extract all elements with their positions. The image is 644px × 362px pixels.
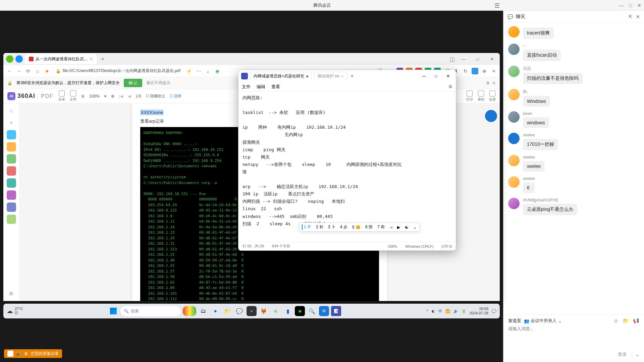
home-icon[interactable]: ⌂ bbox=[34, 68, 41, 74]
tray-volume-icon[interactable]: 🔊 bbox=[453, 309, 458, 313]
notepad-settings-icon[interactable]: ⚙ bbox=[448, 84, 452, 89]
more-icon[interactable]: ⋯ bbox=[195, 68, 202, 74]
tab-close-icon[interactable]: × bbox=[90, 56, 93, 62]
sidebar-tool-icon[interactable] bbox=[7, 202, 16, 212]
taskbar-app-icon[interactable]: 🔍 bbox=[307, 306, 317, 316]
print-tool[interactable]: 打印 bbox=[466, 90, 473, 102]
start-button[interactable] bbox=[108, 306, 118, 316]
send-to-selector[interactable]: 👥 会议中所有人 ⌄ bbox=[524, 318, 562, 324]
send-button[interactable]: 发送 bbox=[615, 350, 629, 359]
banner-confirm-button[interactable]: 确 认 bbox=[124, 79, 142, 87]
notepad-tab[interactable]: 驱动保护.txt × bbox=[314, 72, 347, 80]
back-icon[interactable]: ← bbox=[6, 68, 13, 74]
sidebar-tool-icon[interactable] bbox=[7, 130, 16, 139]
sidebar-tool-icon[interactable] bbox=[7, 178, 16, 188]
close-button[interactable]: ✕ bbox=[637, 3, 641, 8]
notepad-new-tab[interactable]: + bbox=[351, 73, 354, 79]
ime-expand-icon[interactable]: ⌄ bbox=[413, 225, 417, 230]
tray-wifi-icon[interactable]: 📶 bbox=[445, 309, 450, 313]
zoom-in-icon[interactable]: ⊕ bbox=[111, 94, 114, 99]
new-tab-button[interactable]: + bbox=[99, 55, 107, 63]
taskbar-app-icon[interactable]: > bbox=[247, 306, 257, 316]
chat-avatar[interactable] bbox=[508, 133, 520, 144]
chat-avatar[interactable] bbox=[508, 176, 520, 188]
browser-minimize[interactable]: — bbox=[458, 55, 469, 63]
taskbar-app-icon[interactable] bbox=[183, 306, 196, 316]
screen-share-indicator[interactable]: 🎤 🖥 玄冥的屏幕共享 bbox=[4, 349, 62, 358]
ime-next-icon[interactable]: ▶ bbox=[397, 225, 400, 230]
tray-notification-icon[interactable]: 💬 bbox=[492, 309, 496, 313]
find-tool[interactable]: 查找 bbox=[478, 90, 484, 102]
menu-file[interactable]: 文件 bbox=[242, 84, 251, 90]
ime-candidate[interactable]: 5 😊 bbox=[352, 225, 361, 230]
home-nav-icon[interactable]: ⌂ bbox=[7, 106, 16, 115]
chat-avatar[interactable] bbox=[508, 198, 520, 209]
popout-icon[interactable]: ⇱ bbox=[629, 14, 633, 19]
forward-icon[interactable]: → bbox=[15, 68, 22, 74]
chat-close-icon[interactable]: ✕ bbox=[636, 14, 640, 19]
taskbar-app-icon[interactable]: e bbox=[271, 306, 281, 316]
ime-candidate[interactable]: 4 步 bbox=[340, 224, 347, 230]
taskbar-app-icon[interactable]: ◉ bbox=[295, 306, 305, 316]
announce-icon[interactable]: 📢 bbox=[633, 318, 639, 324]
chat-avatar[interactable] bbox=[508, 44, 520, 55]
sidebar-tool-icon[interactable] bbox=[7, 166, 16, 176]
prev-page-icon[interactable]: ◀ bbox=[128, 94, 131, 99]
tray-battery-icon[interactable]: 🔋 bbox=[462, 309, 466, 313]
minimize-button[interactable]: — bbox=[619, 3, 624, 8]
ime-candidate[interactable]: 1 不 bbox=[302, 224, 311, 230]
tray-ime-icon[interactable]: 中 bbox=[438, 309, 442, 314]
menu-edit[interactable]: 编辑 bbox=[257, 84, 265, 90]
ime-candidate[interactable]: 2 补 bbox=[316, 224, 323, 230]
address-bar[interactable]: 🔒 file:///C:/Users/86137/Desktop/从一次内网渗透… bbox=[53, 67, 183, 75]
extension-icon[interactable] bbox=[472, 68, 478, 74]
taskbar-app-icon[interactable]: 📝 bbox=[331, 306, 341, 316]
notepad-minimize[interactable]: — bbox=[419, 72, 429, 80]
floating-action-icon[interactable] bbox=[485, 110, 497, 122]
taskbar-app-icon[interactable]: M bbox=[319, 306, 329, 316]
chat-avatar[interactable] bbox=[508, 66, 520, 77]
sidebar-tool-icon[interactable] bbox=[7, 190, 16, 200]
first-page-icon[interactable]: |◀ bbox=[119, 94, 123, 99]
chat-avatar[interactable] bbox=[508, 155, 520, 166]
hide-annotations[interactable]: ☐ 隐藏批注 bbox=[146, 94, 165, 99]
sidebar-tool-icon[interactable] bbox=[7, 142, 16, 152]
taskbar-app-icon[interactable]: 🗂 bbox=[198, 306, 208, 316]
send-options-icon[interactable]: ⌄ bbox=[632, 351, 639, 358]
zoom-level[interactable]: 100% bbox=[89, 94, 100, 99]
taskbar-search[interactable]: 🔍搜索 bbox=[120, 306, 181, 316]
ime-candidate[interactable]: 3 卜 bbox=[328, 224, 335, 230]
chat-message-list[interactable]: tracert很爽 ~ 直接fscan启动 贝总 扫描的流量不是很危险吗 执. … bbox=[503, 23, 644, 314]
workspace-icon[interactable]: ◫ bbox=[450, 56, 455, 62]
taskbar-app-icon[interactable]: 🦊 bbox=[259, 306, 269, 316]
page-indicator[interactable]: 1/9 bbox=[136, 94, 141, 99]
hamburger-icon[interactable]: ☰ bbox=[494, 2, 500, 9]
chat-avatar[interactable] bbox=[508, 26, 520, 38]
notepad-close[interactable]: ✕ bbox=[443, 72, 453, 80]
files-tool[interactable]: 文件 bbox=[70, 90, 76, 102]
tray-icon[interactable]: ◐ bbox=[432, 309, 435, 313]
add-nav-icon[interactable]: + bbox=[7, 118, 16, 127]
fullscreen-tool[interactable]: 全屏 bbox=[489, 90, 496, 102]
select-tool[interactable]: ☐ 选择 bbox=[170, 94, 181, 99]
chat-input[interactable] bbox=[508, 326, 639, 346]
search-engine-icon[interactable]: ◉ bbox=[214, 68, 221, 74]
refresh-ext-icon[interactable]: ↻ bbox=[462, 68, 469, 74]
star-icon[interactable]: ★ bbox=[44, 68, 50, 74]
chat-avatar[interactable] bbox=[508, 111, 520, 123]
zoom-out-icon[interactable]: ⊖ bbox=[81, 94, 85, 99]
emoji-icon[interactable]: ☺ bbox=[613, 318, 619, 324]
tray-clock[interactable]: 20:05 2024-07-28 bbox=[470, 307, 488, 315]
notepad-content[interactable]: 内网思路: tasklist --> 杀软 应用 (数据库) ip 两种 有内网… bbox=[238, 92, 456, 242]
taskbar-app-icon[interactable]: ▮ bbox=[283, 306, 293, 316]
gift-icon[interactable]: ⊕ bbox=[481, 68, 488, 74]
dropdown-icon[interactable]: ⌄ bbox=[205, 68, 211, 74]
zoom-dropdown-icon[interactable]: ▾ bbox=[104, 94, 106, 99]
ime-candidate-bar[interactable]: 1 不 2 补 3 卜 4 步 5 😊 6 部 7 布 ◀ ▶ ☯ ⌄ bbox=[299, 223, 420, 232]
browser-close[interactable]: ✕ bbox=[486, 55, 497, 63]
ime-candidate[interactable]: 6 部 bbox=[365, 224, 373, 230]
taskbar-app-icon[interactable]: 💬 bbox=[234, 306, 245, 316]
weather-widget[interactable]: ☁ 27°C阴 bbox=[7, 307, 23, 315]
flash-icon[interactable]: ⚡ bbox=[186, 68, 193, 74]
reload-icon[interactable]: ⟳ bbox=[25, 68, 32, 74]
